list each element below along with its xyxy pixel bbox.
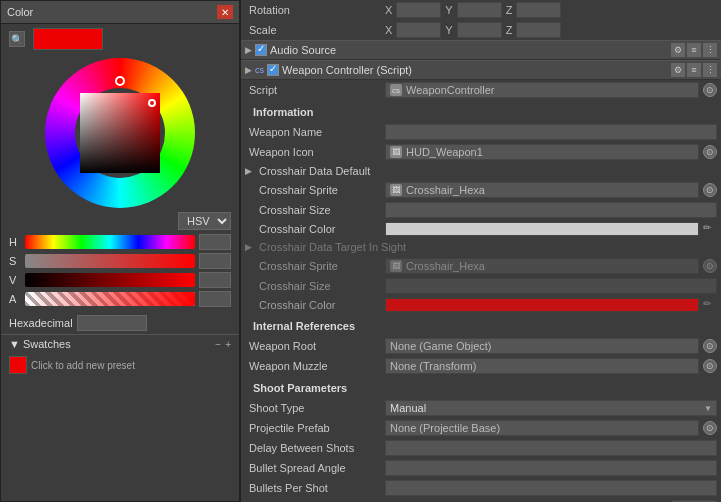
shoot-type-dropdown-label: Manual <box>390 402 426 414</box>
val-value[interactable]: 100 <box>199 272 231 288</box>
val-label: V <box>9 274 21 286</box>
crosshair-color-bar[interactable] <box>385 222 699 236</box>
weapon-icon-label: Weapon Icon <box>245 146 385 158</box>
projectile-prefab-ref[interactable]: None (Projectile Base) <box>385 420 699 436</box>
audio-source-header: ▶ Audio Source ⚙ ≡ ⋮ <box>241 40 721 60</box>
crosshair-target-arrow[interactable]: ▶ <box>245 242 252 252</box>
crosshair-sprite2-circle[interactable]: ⊙ <box>703 259 717 273</box>
hex-label: Hexadecimal <box>9 317 77 329</box>
swatch-red[interactable] <box>9 356 27 374</box>
delay-shots-input[interactable]: 0.5 <box>385 440 717 456</box>
sat-value[interactable]: 100 <box>199 253 231 269</box>
weapon-icon-circle-btn[interactable]: ⊙ <box>703 145 717 159</box>
crosshair-sprite2-value: 🖼 Crosshair_Hexa ⊙ <box>385 258 717 274</box>
weapon-controller-arrow[interactable]: ▶ <box>245 65 252 75</box>
scale-y-label: Y <box>445 24 452 36</box>
audio-source-arrow[interactable]: ▶ <box>245 45 252 55</box>
swatch-add-label[interactable]: Click to add new preset <box>31 360 135 371</box>
color-sq-cursor[interactable] <box>148 99 156 107</box>
internal-refs-title: Internal References <box>245 316 359 334</box>
weapon-controller-header: ▶ cs Weapon Controller (Script) ⚙ ≡ ⋮ <box>241 60 721 80</box>
shoot-type-dropdown[interactable]: Manual ▼ <box>385 400 717 416</box>
weapon-root-ref[interactable]: None (Game Object) <box>385 338 699 354</box>
script-ref[interactable]: cs WeaponController <box>385 82 699 98</box>
scale-x-label: X <box>385 24 392 36</box>
delay-shots-label: Delay Between Shots <box>245 442 385 454</box>
projectile-circle[interactable]: ⊙ <box>703 421 717 435</box>
color-saturation-square[interactable] <box>80 93 160 173</box>
eyedropper-icon[interactable]: 🔍 <box>9 31 25 47</box>
wheel-cursor[interactable] <box>115 76 125 86</box>
script-row: Script cs WeaponController ⊙ <box>241 80 721 100</box>
bullet-spread-label: Bullet Spread Angle <box>245 462 385 474</box>
hue-label: H <box>9 236 21 248</box>
audio-source-icon1[interactable]: ⚙ <box>671 43 685 57</box>
crosshair-sprite2-ref[interactable]: 🖼 Crosshair_Hexa <box>385 258 699 274</box>
crosshair-color-pencil[interactable]: ✏ <box>703 222 717 236</box>
weapon-muzzle-label: Weapon Muzzle <box>245 360 385 372</box>
hue-slider[interactable] <box>25 235 195 249</box>
audio-source-icons: ⚙ ≡ ⋮ <box>671 43 717 57</box>
crosshair-color2-pencil[interactable]: ✏ <box>703 298 717 312</box>
projectile-prefab-value: None (Projectile Base) ⊙ <box>385 420 717 436</box>
scale-z[interactable]: 1 <box>516 22 561 38</box>
swatches-minus[interactable]: − <box>215 339 221 350</box>
alpha-slider[interactable] <box>25 292 195 306</box>
bullet-spread-input[interactable]: 0 <box>385 460 717 476</box>
crosshair-size-input[interactable]: 50 <box>385 202 717 218</box>
alpha-slider-row: A 100 <box>9 291 231 307</box>
bullets-per-shot-input[interactable]: 1 <box>385 480 717 496</box>
color-mode-select[interactable]: HSV <box>178 212 231 230</box>
sat-slider[interactable] <box>25 254 195 268</box>
weapon-root-circle[interactable]: ⊙ <box>703 339 717 353</box>
crosshair-sprite2-label: Crosshair Sprite <box>245 260 385 272</box>
projectile-prefab-row: Projectile Prefab None (Projectile Base)… <box>241 418 721 438</box>
crosshair-sprite-row: Crosshair Sprite 🖼 Crosshair_Hexa ⊙ <box>241 180 721 200</box>
rotation-x-label: X <box>385 4 392 16</box>
scale-x[interactable]: 1 <box>396 22 441 38</box>
weapon-ctrl-icon1[interactable]: ⚙ <box>671 63 685 77</box>
swatches-plus[interactable]: + <box>225 339 231 350</box>
rotation-x[interactable]: 0 <box>396 2 441 18</box>
scale-xyz: X 1 Y 1 Z 1 <box>385 22 717 38</box>
weapon-name-input[interactable]: Burst Rifle <box>385 124 717 140</box>
hex-row: Hexadecimal FF0000 <box>1 312 239 334</box>
weapon-controller-checkbox[interactable] <box>267 64 279 76</box>
shoot-params-section: Shoot Parameters <box>241 376 721 398</box>
weapon-muzzle-circle[interactable]: ⊙ <box>703 359 717 373</box>
shoot-type-row: Shoot Type Manual ▼ <box>241 398 721 418</box>
close-button[interactable]: ✕ <box>217 5 233 19</box>
crosshair-size-label: Crosshair Size <box>245 204 385 216</box>
crosshair-color2-bar[interactable] <box>385 298 699 312</box>
alpha-value[interactable]: 100 <box>199 291 231 307</box>
weapon-icon-row: Weapon Icon 🖼 HUD_Weapon1 ⊙ <box>241 142 721 162</box>
crosshair-size2-input[interactable]: 50 <box>385 278 717 294</box>
weapon-ctrl-icon2[interactable]: ≡ <box>687 63 701 77</box>
crosshair-size-row: Crosshair Size 50 <box>241 200 721 220</box>
rotation-z[interactable]: 0 <box>516 2 561 18</box>
crosshair-sprite-ref[interactable]: 🖼 Crosshair_Hexa <box>385 182 699 198</box>
rotation-value: X 0 Y 0 Z 0 <box>385 2 717 18</box>
weapon-root-label: Weapon Root <box>245 340 385 352</box>
weapon-ctrl-icon3[interactable]: ⋮ <box>703 63 717 77</box>
scale-y[interactable]: 1 <box>457 22 502 38</box>
audio-source-icon3[interactable]: ⋮ <box>703 43 717 57</box>
info-section: Information <box>241 100 721 122</box>
color-wheel[interactable] <box>45 58 195 208</box>
script-circle-btn[interactable]: ⊙ <box>703 83 717 97</box>
weapon-icon-ref[interactable]: 🖼 HUD_Weapon1 <box>385 144 699 160</box>
crosshair-default-arrow[interactable]: ▶ <box>245 166 252 176</box>
audio-source-icon2[interactable]: ≡ <box>687 43 701 57</box>
color-wheel-area[interactable] <box>1 54 239 210</box>
crosshair-sprite-circle[interactable]: ⊙ <box>703 183 717 197</box>
info-title: Information <box>245 102 318 120</box>
rotation-label: Rotation <box>245 4 385 16</box>
hex-input[interactable]: FF0000 <box>77 315 147 331</box>
rotation-y[interactable]: 0 <box>457 2 502 18</box>
weapon-muzzle-ref[interactable]: None (Transform) <box>385 358 699 374</box>
weapon-root-value: None (Game Object) ⊙ <box>385 338 717 354</box>
val-slider[interactable] <box>25 273 195 287</box>
hue-value[interactable]: 0 <box>199 234 231 250</box>
audio-source-checkbox[interactable] <box>255 44 267 56</box>
sat-label: S <box>9 255 21 267</box>
